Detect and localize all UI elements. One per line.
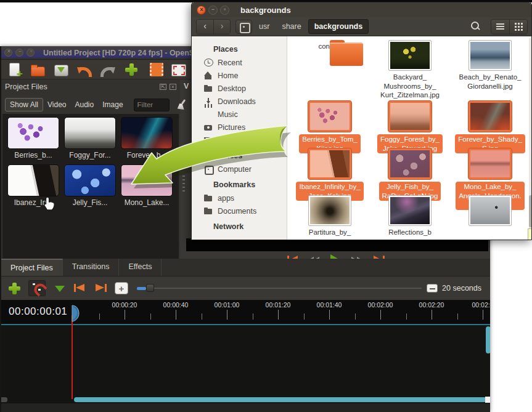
file-item[interactable]: Backyard_ Mushrooms_by_ Kurt_Zitzelman.j… <box>370 40 450 100</box>
sidebar-row[interactable]: Devices <box>192 147 287 163</box>
window-maximize-button[interactable]: ▫ <box>27 49 35 57</box>
toolbar-icon[interactable] <box>147 62 163 78</box>
toolbar-icon[interactable] <box>6 62 22 78</box>
project-file-thumbnail[interactable]: Mono_Lake... <box>118 164 175 212</box>
file-thumbnail-image[interactable] <box>310 150 350 177</box>
file-thumbnail-frame[interactable] <box>469 195 512 226</box>
toolbar-icon[interactable] <box>76 62 92 78</box>
file-thumbnail-frame[interactable] <box>469 40 512 71</box>
playhead-line[interactable] <box>72 315 73 399</box>
sidebar-row[interactable]: Pictures <box>192 121 287 134</box>
close-panel-icon[interactable]: × <box>170 84 176 90</box>
sidebar-row[interactable]: apps <box>192 192 287 204</box>
file-item[interactable] <box>450 195 530 240</box>
clip-thumbnail-image[interactable] <box>7 164 59 196</box>
timeline-toolbar-icon[interactable] <box>94 281 108 296</box>
filter-button[interactable]: Video <box>43 99 70 111</box>
file-thumbnail-image[interactable] <box>390 42 430 69</box>
file-item[interactable]: Berries_by_Tom_ Kijas.jpg <box>290 100 370 148</box>
file-manager-titlebar[interactable]: × − ▫ backgrounds <box>192 2 531 17</box>
zoom-slider-handle[interactable] <box>146 284 154 292</box>
sidebar-row[interactable]: Computer <box>192 163 287 176</box>
sidebar-row[interactable]: Documents <box>192 204 287 217</box>
file-thumbnail-image[interactable] <box>310 103 350 130</box>
file-item[interactable]: contest <box>290 40 370 100</box>
file-thumbnail-image[interactable] <box>390 150 430 177</box>
file-item[interactable]: Forever_by_Shady_ S.jpg <box>450 100 530 148</box>
sidebar-row[interactable]: Network <box>192 217 287 233</box>
project-file-thumbnail[interactable]: Ibanez_In... <box>5 164 62 212</box>
file-thumbnail-image[interactable] <box>310 197 350 224</box>
file-thumbnail-image[interactable] <box>470 150 510 177</box>
toolbar-icon[interactable] <box>53 62 69 78</box>
breadcrumb-segment[interactable]: backgrounds <box>308 19 369 34</box>
window-close-button[interactable]: × <box>197 6 206 15</box>
toolbar-icon[interactable] <box>100 62 116 78</box>
clip-thumbnail-image[interactable] <box>64 117 116 149</box>
timeline-toolbar-icon[interactable] <box>115 282 128 294</box>
file-item[interactable]: Partitura_by_ <box>290 195 370 240</box>
grid-view-icon[interactable] <box>509 20 527 34</box>
project-file-thumbnail[interactable]: Foggy_For... <box>62 117 118 164</box>
computer-drive-icon-button[interactable] <box>235 20 252 34</box>
file-item[interactable]: Reflections_b <box>370 195 450 240</box>
sidebar-row[interactable]: Downloads <box>192 95 287 108</box>
playhead-marker[interactable] <box>68 305 80 325</box>
panel-tab[interactable]: Project Files <box>1 259 63 276</box>
file-list-scrollbar-thumb[interactable] <box>529 195 532 227</box>
file-thumbnail-frame[interactable] <box>388 100 432 132</box>
file-item[interactable]: Jelly_Fish_by_ RaDu_GaLaN.jpg <box>370 148 450 195</box>
file-thumbnail-frame[interactable] <box>308 195 351 226</box>
panel-tab[interactable]: Effects <box>119 259 162 276</box>
timeline-toolbar-icon[interactable] <box>52 281 67 296</box>
file-thumbnail-frame[interactable] <box>388 40 432 71</box>
file-item[interactable]: Ibanez_Infinity_by_ Jaco_Kok.jpg <box>290 148 370 195</box>
window-close-button[interactable]: × <box>4 49 12 57</box>
sidebar-row[interactable]: Places <box>192 40 287 56</box>
sidebar-row[interactable]: Home <box>192 69 287 82</box>
timeline-horizontal-scrollbar[interactable] <box>74 397 487 402</box>
forward-button[interactable]: › <box>213 20 230 34</box>
toolbar-icon[interactable] <box>30 62 46 78</box>
project-file-thumbnail[interactable]: Forever_b... <box>118 117 175 164</box>
filter-button[interactable]: Image <box>98 99 127 111</box>
clip-thumbnail-image[interactable] <box>7 117 59 149</box>
file-thumbnail-image[interactable] <box>390 103 430 130</box>
sidebar-row[interactable]: Music <box>192 108 287 121</box>
sidebar-row[interactable]: Bookmarks <box>192 176 287 192</box>
file-thumbnail-image[interactable] <box>470 103 510 130</box>
sidebar-row[interactable]: Desktop <box>192 82 287 95</box>
timeline-toolbar-icon[interactable] <box>73 281 88 296</box>
timeline-zoom-slider[interactable] <box>137 281 422 296</box>
window-minimize-button[interactable]: − <box>15 49 23 57</box>
window-maximize-button[interactable]: ▫ <box>220 6 229 15</box>
file-thumbnail-image[interactable] <box>390 197 430 224</box>
sidebar-row[interactable]: Videos <box>192 134 287 147</box>
list-view-icon[interactable] <box>491 20 509 34</box>
panel-tab[interactable]: Transitions <box>63 259 120 276</box>
panel-splitter-grip[interactable] <box>182 176 185 192</box>
toolbar-icon[interactable] <box>170 62 186 78</box>
file-thumbnail-image[interactable] <box>470 197 510 224</box>
file-item[interactable]: Beach_by_Renato_ Giordanelli.jpg <box>450 40 530 100</box>
timeline-toolbar-icon[interactable] <box>7 281 22 296</box>
window-minimize-button[interactable]: − <box>208 6 218 15</box>
breadcrumb-segment[interactable]: usr <box>253 20 275 33</box>
sidebar-row[interactable]: Recent <box>192 56 287 69</box>
timeline-vertical-scrollbar[interactable] <box>486 326 490 353</box>
file-thumbnail-frame[interactable] <box>468 148 512 180</box>
search-icon[interactable] <box>466 19 485 34</box>
file-item[interactable]: Foggy_Forest_by_ Jake_Stewart.jpg <box>370 100 450 148</box>
filter-button[interactable]: Show All <box>5 98 43 111</box>
zoom-out-icon[interactable] <box>427 284 438 293</box>
file-thumbnail-frame[interactable] <box>468 100 512 132</box>
file-thumbnail-frame[interactable] <box>308 148 352 180</box>
file-item[interactable]: Mono_Lake_by_ Angela_Henderson. jpg <box>450 148 530 195</box>
file-thumbnail-image[interactable] <box>470 42 510 69</box>
clip-thumbnail-image[interactable] <box>121 164 173 196</box>
file-thumbnail-frame[interactable] <box>388 148 432 180</box>
project-file-thumbnail[interactable]: Berries_b... <box>5 117 62 164</box>
zoom-slider-groove[interactable] <box>137 288 422 289</box>
breadcrumb-segment[interactable]: share <box>276 20 306 33</box>
clear-filter-broom-icon[interactable] <box>176 99 180 111</box>
